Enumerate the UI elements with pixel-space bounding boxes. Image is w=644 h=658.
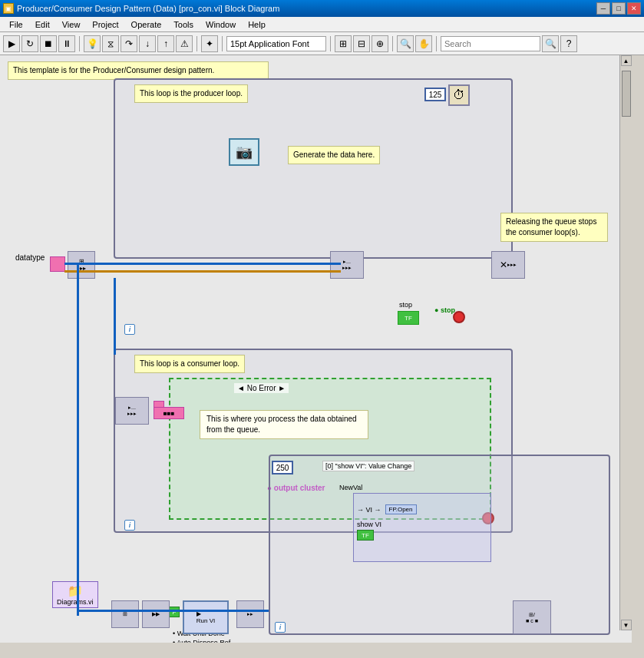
- menu-tools[interactable]: Tools: [167, 18, 200, 31]
- enqueue-block: ▸...▸▸▸: [330, 251, 364, 279]
- timer-block: ⏱: [448, 84, 470, 106]
- toolbar-sep6: [436, 36, 437, 51]
- toolbar-extra1[interactable]: ⊞: [335, 35, 352, 52]
- menu-edit[interactable]: Edit: [29, 18, 56, 31]
- canvas-inner: This template is for the Producer/Consum…: [0, 55, 629, 643]
- diagrams-vi-block: 📁 Diagrams.vi: [52, 581, 98, 608]
- info-icon-producer: i: [124, 324, 135, 335]
- toolbar-hand-btn[interactable]: ✋: [415, 35, 432, 52]
- toolbar-step-into-btn[interactable]: ↓: [139, 35, 156, 52]
- menu-project[interactable]: Project: [86, 18, 124, 31]
- toolbar-run-cont-btn[interactable]: ↻: [21, 35, 38, 52]
- vi-label: → VI →: [357, 506, 381, 514]
- f-block: F: [169, 607, 180, 617]
- toolbar-extra3[interactable]: ⊕: [372, 35, 388, 52]
- stop-label-green: ● stop: [434, 306, 455, 314]
- title-bar-text: Producer/Consumer Design Pattern (Data) …: [17, 4, 596, 13]
- stop-label-producer: stop: [399, 301, 412, 309]
- fp-open-label: FP.Open: [385, 504, 417, 514]
- instrument-block: 📷: [229, 138, 259, 166]
- show-vi-tf: TF: [357, 530, 374, 541]
- stop-tf-block: TF: [398, 311, 419, 325]
- producer-loop-label: This loop is the producer loop.: [134, 84, 248, 103]
- toolbar-sep1: [79, 36, 80, 51]
- toolbar-highlight-btn[interactable]: 💡: [84, 35, 101, 52]
- bottom-left-block: ⊞: [111, 600, 139, 628]
- menu-view[interactable]: View: [56, 18, 87, 31]
- scroll-v-thumb[interactable]: [622, 71, 631, 117]
- datatype-label: datatype: [15, 253, 45, 262]
- toolbar: ▶ ↻ ⏹ ⏸ 💡 ⧖ ↷ ↓ ↑ ⚠ ✦ ⊞ ⊟ ⊕ 🔍 ✋ 🔍 ?: [0, 32, 644, 55]
- toolbar-sep5: [392, 36, 393, 51]
- left-gray-block: ⊞▸▸▸: [68, 251, 95, 279]
- toolbar-help-btn[interactable]: ?: [560, 35, 577, 52]
- toolbar-warn-btn[interactable]: ⚠: [176, 35, 193, 52]
- close-button[interactable]: ✕: [627, 2, 641, 15]
- datatype-block: [50, 256, 65, 272]
- run-vi-block: ▶Run VI: [183, 600, 229, 634]
- menu-help[interactable]: Help: [242, 18, 272, 31]
- canvas-area: This template is for the Producer/Consum…: [0, 55, 632, 643]
- template-label: This template is for the Producer/Consum…: [8, 61, 269, 80]
- releasing-queue-note: Releasing the queue stops the consumer l…: [500, 213, 608, 242]
- auto-dispose-label: • Auto Dispose Ref: [173, 639, 230, 643]
- menu-file[interactable]: File: [3, 18, 29, 31]
- search-input[interactable]: [441, 36, 540, 51]
- title-bar: ▣ Producer/Consumer Design Pattern (Data…: [0, 0, 644, 17]
- scroll-up-arrow[interactable]: ▲: [621, 55, 632, 66]
- menu-operate[interactable]: Operate: [125, 18, 168, 31]
- wire-h-producer-mid: [64, 270, 341, 273]
- title-bar-icon: ▣: [3, 3, 14, 14]
- info-icon-bottom: i: [275, 622, 286, 633]
- toolbar-sep2: [197, 36, 197, 51]
- toolbar-zoom-btn[interactable]: 🔍: [397, 35, 414, 52]
- toolbar-pause-btn[interactable]: ⏸: [58, 35, 75, 52]
- toolbar-sep3: [222, 36, 223, 51]
- toolbar-extra2[interactable]: ⊟: [353, 35, 370, 52]
- toolbar-retain-btn[interactable]: ⧖: [102, 35, 119, 52]
- bottom-far-right-block: ⊞/■ c ■: [513, 600, 551, 634]
- process-data-note: This is where you process the data obtai…: [200, 410, 368, 439]
- scroll-down-arrow[interactable]: ▼: [621, 620, 632, 630]
- toolbar-sep4: [330, 36, 331, 51]
- wire-h-producer-top: [64, 263, 341, 265]
- number-250: 250: [272, 461, 293, 474]
- bottom-right-block: ▸▸: [236, 600, 264, 628]
- toolbar-step-over-btn[interactable]: ↷: [121, 35, 137, 52]
- new-val-label: NewVal: [339, 484, 362, 491]
- info-icon-consumer: i: [124, 520, 135, 531]
- dequeue-block: ▸...▸▸▸: [115, 397, 149, 425]
- show-vi-box: → VI → FP.Open show VI TF: [353, 493, 491, 562]
- no-error-label: ◄ No Error ►: [234, 383, 289, 393]
- menu-window[interactable]: Window: [200, 18, 242, 31]
- value-change-label: [0] "show VI": Value Change: [322, 461, 414, 471]
- maximize-button[interactable]: □: [612, 2, 626, 15]
- menu-bar: File Edit View Project Operate Tools Win…: [0, 17, 644, 32]
- number-125: 125: [424, 88, 446, 101]
- minimize-button[interactable]: ─: [596, 2, 610, 15]
- toolbar-abort-btn[interactable]: ⏹: [40, 35, 57, 52]
- toolbar-clean-btn[interactable]: ✦: [201, 35, 218, 52]
- toolbar-run-btn[interactable]: ▶: [3, 35, 20, 52]
- generate-data-label: Generate the data here.: [288, 146, 380, 164]
- consumer-loop-label: This loop is a consumer loop.: [134, 355, 245, 373]
- toolbar-step-out-btn[interactable]: ↑: [157, 35, 174, 52]
- bottom-mid-block: ▶▶: [142, 600, 170, 628]
- pink-block-consumer: ■■■: [154, 407, 184, 419]
- font-selector[interactable]: [226, 36, 326, 51]
- wire-h-bottom: [77, 610, 269, 612]
- release-block: ✕▸▸▸: [491, 251, 525, 279]
- title-bar-buttons[interactable]: ─ □ ✕: [596, 2, 641, 15]
- wire-v-left: [77, 263, 79, 616]
- wire-v-connector: [114, 278, 116, 355]
- toolbar-search-btn[interactable]: 🔍: [542, 35, 559, 52]
- scrollbar-vertical[interactable]: ▲ ▼: [619, 55, 632, 630]
- show-vi-label: show VI: [357, 521, 487, 528]
